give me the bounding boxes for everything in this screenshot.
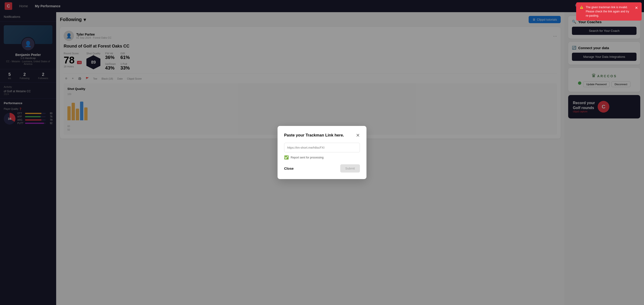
modal-close-button[interactable]: Close bbox=[284, 166, 294, 170]
trackman-link-input[interactable] bbox=[284, 143, 360, 152]
error-banner: ⚠️ The given trackman link is invalid. P… bbox=[576, 2, 642, 20]
trackman-modal: Paste your Trackman Link here. ✕ ✅ Repor… bbox=[278, 126, 366, 179]
modal-footer: Close Submit bbox=[284, 164, 360, 172]
modal-close-x-button[interactable]: ✕ bbox=[356, 132, 360, 138]
error-message: The given trackman link is invalid. Plea… bbox=[586, 5, 632, 18]
modal-overlay[interactable]: Paste your Trackman Link here. ✕ ✅ Repor… bbox=[0, 0, 644, 305]
modal-header: Paste your Trackman Link here. ✕ bbox=[284, 132, 360, 138]
check-icon: ✅ bbox=[284, 155, 289, 160]
modal-success-message: ✅ Report sent for processing bbox=[284, 155, 360, 160]
success-text: Report sent for processing bbox=[291, 156, 324, 159]
modal-submit-button[interactable]: Submit bbox=[340, 164, 360, 172]
close-error-button[interactable]: ✕ bbox=[635, 5, 638, 11]
warning-icon: ⚠️ bbox=[580, 5, 584, 9]
modal-title: Paste your Trackman Link here. bbox=[284, 133, 344, 138]
